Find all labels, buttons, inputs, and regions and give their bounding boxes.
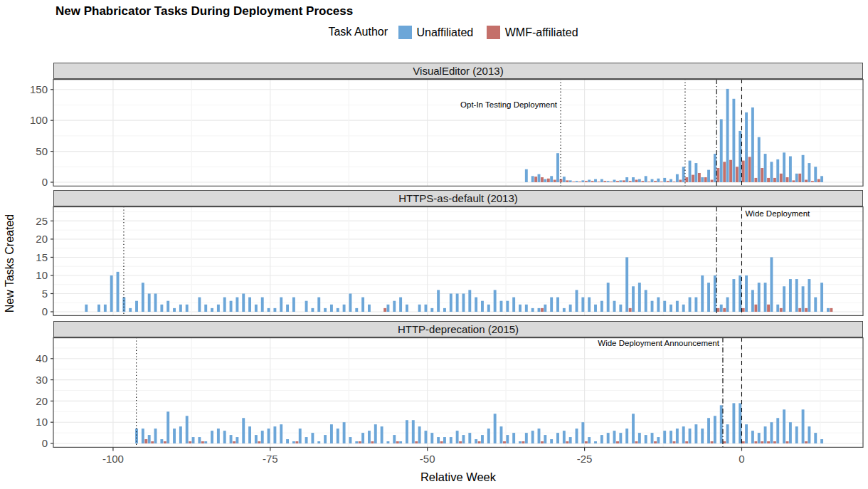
y-tick-label: 50 bbox=[36, 145, 48, 157]
bar-unaffiliated bbox=[751, 431, 754, 443]
bar-wmf-affiliated bbox=[635, 441, 638, 443]
bar-unaffiliated bbox=[468, 433, 471, 443]
bar-wmf-affiliated bbox=[635, 180, 638, 182]
bar-unaffiliated bbox=[311, 433, 314, 443]
bar-wmf-affiliated bbox=[761, 168, 763, 182]
bar-unaffiliated bbox=[758, 283, 761, 312]
bar-unaffiliated bbox=[739, 131, 741, 182]
y-tick-label: 10 bbox=[36, 269, 48, 281]
bar-unaffiliated bbox=[732, 279, 735, 312]
bar-unaffiliated bbox=[235, 298, 238, 312]
legend: Task Author Unaffiliated WMF-affiliated bbox=[53, 26, 863, 39]
bar-unaffiliated bbox=[268, 308, 270, 312]
bar-unaffiliated bbox=[820, 439, 823, 443]
bar-wmf-affiliated bbox=[698, 173, 701, 182]
bar-unaffiliated bbox=[745, 424, 748, 443]
bar-wmf-affiliated bbox=[685, 177, 688, 182]
bar-unaffiliated bbox=[770, 422, 773, 443]
bar-unaffiliated bbox=[808, 163, 810, 182]
bar-unaffiliated bbox=[286, 305, 289, 312]
bar-unaffiliated bbox=[317, 441, 320, 443]
bar-unaffiliated bbox=[519, 305, 522, 312]
bar-unaffiliated bbox=[337, 308, 339, 312]
bar-unaffiliated bbox=[525, 169, 528, 182]
bar-unaffiliated bbox=[569, 180, 572, 182]
bar-unaffiliated bbox=[230, 435, 233, 443]
bar-wmf-affiliated bbox=[767, 441, 770, 443]
bar-unaffiliated bbox=[268, 428, 270, 443]
bar-wmf-affiliated bbox=[805, 180, 808, 182]
bar-unaffiliated bbox=[179, 305, 182, 312]
bar-wmf-affiliated bbox=[786, 177, 789, 182]
x-tick-label: -100 bbox=[102, 453, 124, 465]
bar-wmf-affiliated bbox=[767, 305, 770, 312]
bar-unaffiliated bbox=[550, 298, 553, 312]
bar-unaffiliated bbox=[669, 305, 672, 312]
bar-unaffiliated bbox=[135, 301, 138, 312]
bar-unaffiliated bbox=[581, 180, 584, 182]
bar-unaffiliated bbox=[531, 308, 534, 312]
facet-strip-visualeditor: VisualEditor (2013) bbox=[53, 63, 863, 79]
bar-wmf-affiliated bbox=[629, 308, 632, 312]
bar-unaffiliated bbox=[261, 431, 264, 443]
bar-unaffiliated bbox=[160, 305, 163, 312]
bar-unaffiliated bbox=[663, 431, 666, 443]
event-annotation: Wide Deployment Announcement bbox=[598, 339, 719, 347]
bar-unaffiliated bbox=[814, 298, 817, 312]
bar-wmf-affiliated bbox=[704, 177, 707, 182]
bar-unaffiliated bbox=[619, 305, 622, 312]
bar-unaffiliated bbox=[802, 286, 805, 312]
bar-unaffiliated bbox=[148, 435, 151, 443]
bar-wmf-affiliated bbox=[736, 167, 739, 182]
bar-unaffiliated bbox=[802, 409, 805, 443]
bar-unaffiliated bbox=[487, 428, 490, 443]
bar-unaffiliated bbox=[349, 293, 351, 312]
panel-plot-http-deprecation: Wide Deployment Announcement010203040 bbox=[0, 337, 868, 448]
bar-unaffiliated bbox=[701, 177, 704, 182]
bar-unaffiliated bbox=[739, 275, 741, 312]
bar-unaffiliated bbox=[154, 428, 157, 443]
bar-wmf-affiliated bbox=[440, 441, 443, 443]
panel-plot-visualeditor: Opt-In Testing Deployment050100150 bbox=[0, 79, 868, 186]
bar-unaffiliated bbox=[707, 418, 710, 443]
bar-unaffiliated bbox=[166, 301, 169, 312]
bar-wmf-affiliated bbox=[673, 182, 676, 182]
bar-unaffiliated bbox=[594, 179, 597, 182]
bar-unaffiliated bbox=[758, 137, 761, 182]
facet-strip-http-deprecation: HTTP-deprecation (2015) bbox=[53, 321, 863, 337]
bar-wmf-affiliated bbox=[805, 308, 808, 312]
bar-unaffiliated bbox=[714, 275, 716, 312]
bar-unaffiliated bbox=[148, 293, 151, 312]
x-tick-label: -75 bbox=[263, 453, 278, 465]
bar-unaffiliated bbox=[286, 439, 289, 443]
bar-unaffiliated bbox=[714, 416, 716, 443]
bar-wmf-affiliated bbox=[591, 181, 594, 182]
bar-wmf-affiliated bbox=[660, 182, 663, 182]
bar-wmf-affiliated bbox=[723, 162, 726, 182]
bar-wmf-affiliated bbox=[151, 441, 154, 443]
bar-wmf-affiliated bbox=[780, 308, 783, 312]
event-annotation: Wide Deployment bbox=[745, 209, 810, 218]
bar-unaffiliated bbox=[789, 157, 792, 182]
bar-wmf-affiliated bbox=[478, 441, 481, 443]
bar-unaffiliated bbox=[399, 441, 402, 443]
bar-unaffiliated bbox=[701, 428, 704, 443]
bar-wmf-affiliated bbox=[572, 182, 575, 182]
bar-unaffiliated bbox=[701, 275, 704, 312]
bar-wmf-affiliated bbox=[144, 439, 147, 443]
bar-unaffiliated bbox=[412, 420, 415, 443]
bar-wmf-affiliated bbox=[585, 441, 588, 443]
bar-unaffiliated bbox=[808, 426, 810, 443]
bar-unaffiliated bbox=[625, 257, 628, 312]
bar-wmf-affiliated bbox=[566, 441, 568, 443]
bar-unaffiliated bbox=[494, 414, 497, 443]
bar-wmf-affiliated bbox=[541, 308, 544, 312]
bar-unaffiliated bbox=[211, 308, 213, 312]
bar-unaffiliated bbox=[104, 305, 107, 312]
bar-wmf-affiliated bbox=[547, 179, 550, 182]
bar-wmf-affiliated bbox=[201, 441, 204, 443]
bar-unaffiliated bbox=[613, 180, 616, 182]
chart-root: New Phabricator Tasks During Deployment … bbox=[0, 0, 868, 489]
bar-unaffiliated bbox=[217, 428, 220, 443]
bar-unaffiliated bbox=[230, 301, 233, 312]
